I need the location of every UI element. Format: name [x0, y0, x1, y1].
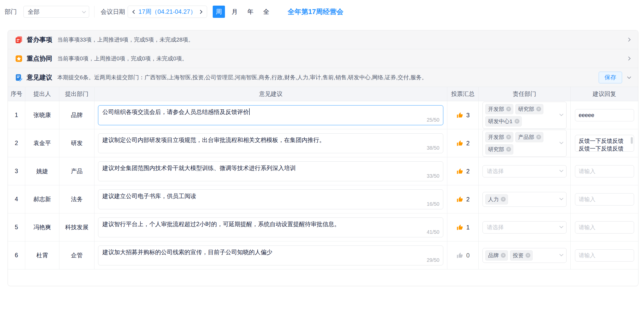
vote-count: 0	[466, 252, 469, 259]
chevron-down-icon	[559, 196, 564, 200]
vote-button[interactable]: 2	[456, 196, 469, 203]
suggestion-textarea[interactable]: 建议建立公司电子书库，供员工阅读16/50	[98, 189, 443, 209]
table-row: 5冯艳爽科技发展建议智行平台上，个人审批流程超过2小时的，可延期提醒，系统自动设…	[8, 213, 638, 241]
tag-close-icon[interactable]: ×	[506, 135, 511, 139]
vote-button[interactable]: 3	[456, 111, 469, 119]
dept-tag-label: 人力	[488, 196, 499, 203]
suggestion-textarea[interactable]: 建议智行平台上，个人审批流程超过2小时的，可延期提醒，系统自动设置提醒待审批信息…	[98, 217, 443, 237]
department-cell: 产品	[59, 157, 95, 185]
meeting-date-label: 会议日期	[101, 8, 125, 16]
suggestion-textarea[interactable]: 建议对全集团范围内技术骨干就大模型训练、微调等技术进行系列深入培训33/50	[98, 161, 443, 181]
scrollbar-thumb[interactable]	[631, 137, 633, 144]
char-counter: 38/50	[427, 144, 439, 152]
reply-cell: 请输入	[571, 185, 638, 213]
tag-close-icon[interactable]: ×	[506, 147, 511, 152]
tag-close-icon[interactable]: ×	[515, 119, 519, 124]
section-key-collaboration[interactable]: 重点协同 当前事项0项，上周推进0项，完成0项，未完成0项。	[8, 49, 638, 68]
vote-count: 2	[466, 140, 469, 147]
dept-tag-label: 研究部	[488, 146, 504, 153]
table-row: 1张晓康品牌公司组织各项交流会后，请参会人员总结感悟及反馈评价25/503开发部…	[8, 101, 638, 129]
reply-input[interactable]: 请输入	[575, 165, 634, 177]
responsible-dept-select[interactable]: 品牌×投资×	[482, 248, 567, 263]
tag-close-icon[interactable]: ×	[536, 135, 541, 139]
responsible-dept-select[interactable]: 请选择	[482, 221, 567, 234]
main-card: 督办事项 当前事项33项，上周推进9项，完成5项，未完成28项。 重点协同 当前…	[8, 30, 638, 286]
collapse-chevron-icon[interactable]	[627, 75, 631, 79]
dept-tag: 开发部×	[485, 104, 513, 114]
tag-close-icon[interactable]: ×	[501, 197, 506, 202]
reply-input[interactable]: eeeee	[575, 109, 634, 121]
column-header-4: 投票汇总	[447, 87, 479, 101]
supervise-icon	[15, 35, 23, 44]
char-counter: 29/50	[427, 256, 439, 264]
period-tab-2[interactable]: 年	[244, 6, 257, 18]
reply-text-line: 反馈一下反馈反馈	[579, 137, 630, 145]
suggestion-text: 建议加大招募并购标的公司线索的宣传，目前子公司知晓的人偏少	[102, 249, 272, 255]
responsible-dept-select[interactable]: 请选择	[482, 165, 567, 177]
period-tab-0[interactable]: 周	[213, 6, 225, 18]
thumbs-up-icon	[456, 196, 464, 203]
dept-tag: 品牌×	[485, 250, 508, 261]
meeting-title: 全年第17周经营会	[288, 7, 343, 16]
section-title: 督办事项	[27, 35, 52, 44]
tag-close-icon[interactable]: ×	[501, 253, 506, 258]
tag-close-icon[interactable]: ×	[536, 107, 541, 111]
chevron-right-icon[interactable]	[627, 38, 631, 42]
section-supervise-items[interactable]: 督办事项 当前事项33项，上周推进9项，完成5项，未完成28项。	[8, 30, 638, 49]
table-row: 3姚婕产品建议对全集团范围内技术骨干就大模型训练、微调等技术进行系列深入培训33…	[8, 157, 638, 185]
chevron-down-icon	[559, 112, 564, 116]
dept-tag: 人力×	[485, 194, 508, 204]
department-select[interactable]: 全部	[23, 6, 89, 18]
suggestion-textarea[interactable]: 建议加大招募并购标的公司线索的宣传，目前子公司知晓的人偏少29/50	[98, 246, 443, 265]
responsible-dept-select[interactable]: 开发部×研究部×研发中心1×	[482, 102, 567, 129]
responsible-dept-select[interactable]: 人力×	[482, 192, 567, 207]
reply-cell: 请输入	[571, 213, 638, 241]
vote-button[interactable]: 1	[456, 224, 469, 231]
prev-week-button[interactable]	[133, 10, 136, 13]
suggestion-textarea[interactable]: 公司组织各项交流会后，请参会人员总结感悟及反馈评价25/50	[98, 105, 443, 125]
table-row: 2袁金平研发建议制定公司内部研发项目立项规范，出台审批流程和相关文档模板，在集团…	[8, 129, 638, 157]
row-number-cell: 3	[8, 157, 25, 185]
vote-button[interactable]: 2	[456, 167, 469, 175]
responsible-dept-cell: 开发部×产品部×研究部×	[479, 129, 571, 157]
save-button[interactable]: 保存	[599, 72, 622, 83]
chevron-down-icon	[82, 9, 86, 13]
row-number-cell: 6	[8, 241, 25, 269]
reply-text-line: 反馈一下反馈反馈	[579, 145, 630, 152]
department-cell: 品牌	[59, 101, 95, 129]
topbar-divider	[94, 6, 95, 18]
tag-close-icon[interactable]: ×	[506, 107, 511, 111]
period-tab-1[interactable]: 月	[229, 6, 241, 18]
table-header: 序号提出人提出部门意见建议投票汇总责任部门建议回复	[8, 87, 638, 101]
topbar: 部门 全部 会议日期 17周（04.21-04.27） 周月年全 全年第17周经…	[0, 0, 644, 23]
chevron-right-icon[interactable]	[627, 57, 631, 61]
vote-button[interactable]: 2	[456, 139, 469, 147]
dept-tag: 研发中心1×	[485, 116, 522, 126]
date-picker[interactable]: 17周（04.21-04.27）	[128, 6, 207, 18]
vote-button[interactable]: 0	[456, 252, 469, 259]
reply-cell: 请输入	[571, 157, 638, 185]
section-summary: 当前事项0项，上周推进0项，完成0项，未完成0项。	[57, 55, 627, 62]
reply-placeholder: 请输入	[579, 224, 596, 231]
dept-tag-label: 开发部	[488, 134, 504, 141]
reply-input[interactable]: 请输入	[575, 193, 634, 205]
tag-close-icon[interactable]: ×	[526, 253, 530, 258]
reply-input[interactable]: 反馈一下反馈反馈反馈一下反馈反馈	[575, 135, 634, 152]
dept-tag-label: 研发中心1	[488, 118, 513, 125]
chevron-down-icon	[559, 224, 564, 228]
reply-input[interactable]: 请输入	[575, 249, 634, 262]
reply-placeholder: 请输入	[579, 196, 596, 203]
row-number-cell: 5	[8, 213, 25, 241]
reply-placeholder: 请输入	[579, 252, 596, 259]
row-number-cell: 4	[8, 185, 25, 213]
thumbs-up-icon	[456, 139, 464, 147]
next-week-button[interactable]	[199, 10, 202, 13]
period-tab-3[interactable]: 全	[260, 6, 272, 18]
vote-cell: 0	[447, 241, 479, 269]
dept-tag: 产品部×	[515, 132, 543, 142]
suggestion-textarea[interactable]: 建议制定公司内部研发项目立项规范，出台审批流程和相关文档模板，在集团内推行。38…	[98, 133, 443, 153]
dept-tag: 研究部×	[515, 104, 543, 114]
responsible-dept-select[interactable]: 开发部×产品部×研究部×	[482, 130, 567, 157]
reply-input[interactable]: 请输入	[575, 221, 634, 234]
vote-cell: 2	[447, 129, 479, 157]
